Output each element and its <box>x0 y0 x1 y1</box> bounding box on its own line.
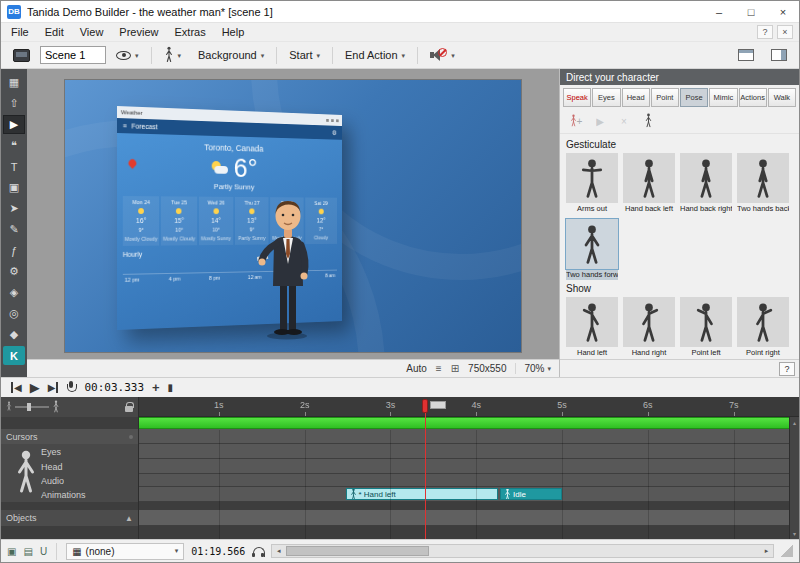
mute-dropdown[interactable]: ▾ <box>423 44 462 66</box>
character-figure-button[interactable] <box>640 113 656 129</box>
pose-thumbnail[interactable]: Point left <box>680 297 732 358</box>
background-dropdown[interactable]: Background ▾ <box>191 45 271 65</box>
remove-pose-button[interactable]: × <box>616 113 632 129</box>
track-lane-objects[interactable] <box>139 510 799 526</box>
track-label-animations[interactable]: Animations <box>41 490 86 500</box>
scrollbar-thumb[interactable] <box>286 546 428 556</box>
track-lane-audio[interactable] <box>139 474 799 487</box>
start-dropdown[interactable]: Start ▾ <box>282 45 327 65</box>
timeline-zoom-slider[interactable] <box>15 406 49 408</box>
track-label-eyes[interactable]: Eyes <box>41 447 61 457</box>
track-lane-eyes[interactable] <box>139 444 799 459</box>
pose-thumbnail[interactable]: Two hands forw <box>566 219 618 280</box>
zoom-tool-icon[interactable]: ◎ <box>3 304 25 323</box>
timeline-vertical-scrollbar[interactable]: ▴ ▾ <box>789 417 799 539</box>
slides-grid-icon[interactable]: ▦ <box>3 73 25 92</box>
pose-thumbnail[interactable]: Hand right <box>623 297 675 358</box>
drop-tool-icon[interactable]: ◆ <box>3 325 25 344</box>
tab-point[interactable]: Point <box>651 88 679 107</box>
menu-file[interactable]: File <box>3 24 37 40</box>
visibility-dropdown[interactable]: ▾ <box>109 47 146 64</box>
scroll-left-icon[interactable]: ◂ <box>272 547 285 555</box>
menu-view[interactable]: View <box>72 24 112 40</box>
cursor-tool-icon[interactable]: ➤ <box>3 199 25 218</box>
close-button[interactable]: × <box>767 1 799 22</box>
image-tool-icon[interactable]: ▣ <box>3 178 25 197</box>
scroll-up-icon[interactable]: ▴ <box>793 419 796 426</box>
effects-tool-icon[interactable]: ƒ <box>3 241 25 260</box>
k-tool-icon[interactable]: K <box>3 346 25 365</box>
zoom-dropdown[interactable]: 70% ▾ <box>515 363 551 374</box>
layout-single-button[interactable] <box>731 45 761 65</box>
insert-marker-icon[interactable]: ▮ <box>168 382 174 393</box>
scroll-right-icon[interactable]: ▸ <box>760 547 773 555</box>
timeline-horizontal-scrollbar[interactable]: ◂ ▸ <box>271 544 774 558</box>
headphones-icon[interactable] <box>252 546 264 557</box>
fit-canvas-icon[interactable]: ⊞ <box>451 363 459 374</box>
panel-close-button[interactable]: × <box>777 25 793 39</box>
play-object-icon[interactable]: ▶ <box>3 115 25 134</box>
tab-mimic[interactable]: Mimic <box>709 88 737 107</box>
timeline-clip-idle[interactable]: Idle <box>500 488 562 500</box>
selection-dropdown[interactable]: ▦ (none) ▾ <box>66 543 184 560</box>
tab-head[interactable]: Head <box>622 88 650 107</box>
tab-speak[interactable]: Speak <box>563 88 591 107</box>
end-action-dropdown[interactable]: End Action ▾ <box>338 45 412 65</box>
scene-stage[interactable]: Weather ≡ Forecast ⚙ Toronto, Canada <box>65 80 521 352</box>
track-lane-cursors[interactable] <box>139 429 799 444</box>
go-to-start-button[interactable]: ◀ <box>11 382 22 393</box>
character-dropdown[interactable]: ▾ <box>157 42 189 69</box>
record-audio-button[interactable] <box>66 381 76 395</box>
pose-thumbnail[interactable]: Two hands back <box>737 153 789 214</box>
timeline-clip-hand-left[interactable]: *Hand left <box>346 488 498 500</box>
lock-icon[interactable] <box>125 402 133 412</box>
zoom-slider-thumb[interactable] <box>27 403 31 411</box>
minimize-button[interactable]: – <box>703 1 735 22</box>
pose-thumbnail[interactable]: Arms out <box>566 153 618 214</box>
track-label-cursors[interactable]: Cursors <box>6 432 38 442</box>
preview-pose-button[interactable]: ▶ <box>592 113 608 129</box>
display-button[interactable] <box>6 45 37 66</box>
pose-thumbnail[interactable]: Hand back right <box>680 153 732 214</box>
menu-extras[interactable]: Extras <box>166 24 213 40</box>
add-pose-button[interactable]: + <box>568 113 584 129</box>
timeline-ruler[interactable]: 1s2s3s4s5s6s7s <box>139 397 799 417</box>
help-button[interactable]: ? <box>757 25 773 39</box>
pin-track-icon[interactable]: ▲ <box>125 514 133 523</box>
script-panel-icon[interactable]: ≡ <box>436 363 442 374</box>
shapes-tool-icon[interactable]: ◈ <box>3 283 25 302</box>
track-lane-head[interactable] <box>139 459 799 474</box>
pencil-tool-icon[interactable]: ✎ <box>3 220 25 239</box>
pose-thumbnail[interactable]: Hand left <box>566 297 618 358</box>
tab-pose[interactable]: Pose <box>680 88 708 107</box>
track-label-objects[interactable]: Objects <box>6 513 37 523</box>
tab-walk[interactable]: Walk <box>768 88 796 107</box>
timeline-range-bar[interactable] <box>139 417 799 429</box>
copy-frame-icon[interactable]: ▣ <box>7 546 16 557</box>
text-tool-icon[interactable]: T <box>3 157 25 176</box>
resize-grip[interactable] <box>781 545 793 557</box>
panel-help-button[interactable]: ? <box>779 362 795 376</box>
tab-actions[interactable]: Actions <box>739 88 767 107</box>
menu-help[interactable]: Help <box>214 24 253 40</box>
auto-mode-button[interactable]: Auto <box>406 363 427 374</box>
weatherman-character[interactable] <box>257 192 321 342</box>
menu-preview[interactable]: Preview <box>111 24 166 40</box>
scroll-down-icon[interactable]: ▾ <box>793 530 796 537</box>
loop-icon[interactable]: U <box>40 546 47 557</box>
scene-select-input[interactable] <box>40 46 106 64</box>
go-to-end-button[interactable]: ▶ <box>48 382 59 393</box>
pose-thumbnail[interactable]: Point right <box>737 297 789 358</box>
tab-eyes[interactable]: Eyes <box>592 88 620 107</box>
add-marker-button[interactable]: + <box>152 380 160 395</box>
maximize-button[interactable]: □ <box>735 1 767 22</box>
pose-thumbnail[interactable]: Hand back left <box>623 153 675 214</box>
track-label-head[interactable]: Head <box>41 462 63 472</box>
settings-tool-icon[interactable]: ⚙ <box>3 262 25 281</box>
paste-frame-icon[interactable]: ▤ <box>23 546 32 557</box>
balloon-icon[interactable]: ❝ <box>3 136 25 155</box>
arrow-up-icon[interactable]: ⇧ <box>3 94 25 113</box>
menu-edit[interactable]: Edit <box>37 24 72 40</box>
play-button[interactable]: ▶ <box>30 380 40 395</box>
canvas[interactable]: Weather ≡ Forecast ⚙ Toronto, Canada <box>27 69 559 359</box>
